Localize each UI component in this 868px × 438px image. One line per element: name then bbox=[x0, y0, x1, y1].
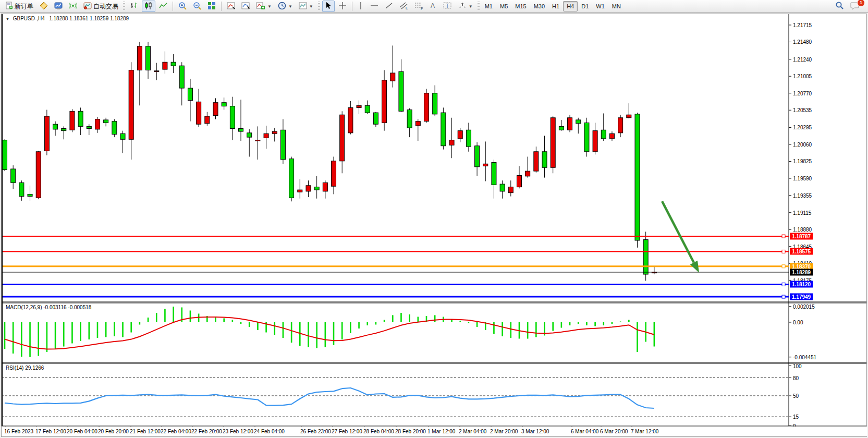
notifications-button[interactable]: 1 bbox=[848, 1, 862, 12]
gold-diamond-button[interactable] bbox=[37, 1, 51, 12]
line-handle[interactable] bbox=[782, 235, 785, 238]
candle-chart-type-button[interactable] bbox=[142, 1, 155, 12]
candle bbox=[601, 130, 606, 139]
template-button[interactable]: ▼ bbox=[296, 1, 316, 12]
navigator-button[interactable] bbox=[239, 1, 252, 12]
candle bbox=[593, 131, 597, 152]
candle bbox=[635, 114, 640, 240]
trendline-tool-button[interactable] bbox=[382, 1, 396, 12]
trendline-icon bbox=[385, 2, 393, 11]
candle bbox=[129, 70, 133, 139]
autotrading-button[interactable]: 自动交易 bbox=[81, 1, 121, 12]
line-handle[interactable] bbox=[782, 295, 785, 298]
candle bbox=[627, 115, 631, 118]
candle bbox=[163, 62, 167, 69]
candle bbox=[357, 105, 361, 107]
navigator-icon bbox=[241, 2, 250, 11]
tile-windows-button[interactable] bbox=[205, 1, 218, 12]
shapes-tool-button[interactable]: ▼ bbox=[456, 1, 475, 12]
timeframe-button-d1[interactable]: D1 bbox=[578, 1, 592, 11]
search-icon bbox=[835, 1, 844, 11]
candle bbox=[458, 131, 462, 139]
arrows-shapes-icon bbox=[458, 2, 467, 11]
add-indicator-button[interactable]: ▼ bbox=[253, 1, 274, 12]
candle bbox=[373, 113, 378, 124]
text-tool-button[interactable]: A bbox=[427, 1, 439, 12]
market-watch-button[interactable] bbox=[52, 1, 65, 12]
tile-windows-icon bbox=[207, 2, 216, 11]
timeframe-strip: M1M5M15M30H1H4D1W1MN bbox=[481, 1, 625, 11]
search-button[interactable] bbox=[833, 1, 847, 12]
candle bbox=[222, 103, 226, 106]
candle bbox=[213, 103, 218, 116]
candle bbox=[534, 152, 539, 171]
toolbar-separator bbox=[221, 2, 222, 11]
period-button[interactable]: ▼ bbox=[275, 1, 295, 12]
candle bbox=[239, 129, 243, 132]
toolbar-grip bbox=[478, 2, 480, 11]
candle bbox=[112, 121, 117, 135]
candle bbox=[171, 62, 176, 66]
line-chart-type-button[interactable] bbox=[156, 1, 170, 12]
cursor-arrow-icon bbox=[325, 2, 332, 11]
trend-arrow bbox=[662, 201, 694, 262]
market-watch-icon bbox=[54, 2, 63, 11]
chart-window: ▼ GBPUSD-,H4 1.18288 1.18361 1.18259 1.1… bbox=[1, 14, 867, 437]
data-window-button[interactable] bbox=[224, 1, 238, 12]
candle bbox=[87, 126, 91, 128]
candle bbox=[44, 116, 49, 151]
price-chart-canvas[interactable] bbox=[2, 14, 866, 436]
candle bbox=[492, 163, 496, 185]
notification-badge: 1 bbox=[857, 0, 865, 7]
signals-button[interactable] bbox=[66, 1, 80, 12]
candle bbox=[618, 118, 623, 133]
zoom-out-button[interactable] bbox=[190, 1, 204, 12]
macd-signal-line bbox=[5, 317, 654, 349]
crosshair-icon bbox=[338, 2, 347, 11]
candle bbox=[36, 152, 41, 198]
candlestick-chart-icon bbox=[144, 2, 153, 11]
candle bbox=[53, 124, 58, 129]
new-order-button[interactable]: 新订单 bbox=[3, 1, 36, 12]
candle bbox=[230, 106, 235, 129]
line-handle[interactable] bbox=[782, 250, 785, 253]
vertical-line-tool-button[interactable] bbox=[355, 1, 366, 12]
new-order-label: 新订单 bbox=[15, 2, 33, 11]
timeframe-button-h4[interactable]: H4 bbox=[563, 1, 578, 11]
timeframe-button-m30[interactable]: M30 bbox=[530, 1, 548, 11]
rsi-line bbox=[5, 388, 654, 408]
timeframe-button-mn[interactable]: MN bbox=[608, 1, 625, 11]
label-icon: T bbox=[443, 2, 452, 11]
crosshair-tool-button[interactable] bbox=[336, 1, 349, 12]
timeframe-button-h1[interactable]: H1 bbox=[548, 1, 563, 11]
new-order-icon bbox=[5, 2, 13, 11]
timeframe-button-m5[interactable]: M5 bbox=[496, 1, 511, 11]
horizontal-line-tool-button[interactable] bbox=[368, 1, 381, 12]
candle bbox=[146, 46, 151, 70]
line-handle[interactable] bbox=[782, 265, 785, 268]
candle bbox=[3, 140, 7, 170]
candle bbox=[551, 118, 555, 167]
candle bbox=[28, 194, 32, 196]
candle bbox=[62, 129, 66, 131]
vertical-line-icon bbox=[358, 2, 364, 11]
timeframe-button-m15[interactable]: M15 bbox=[511, 1, 530, 11]
bar-chart-type-button[interactable] bbox=[127, 1, 141, 12]
line-handle[interactable] bbox=[782, 283, 785, 286]
candle bbox=[120, 133, 125, 139]
fibonacci-icon: F bbox=[414, 2, 423, 11]
add-indicator-icon bbox=[256, 2, 265, 11]
equidistant-channel-tool-button[interactable]: E bbox=[397, 1, 411, 12]
candle bbox=[517, 175, 521, 187]
text-label-tool-button[interactable]: T bbox=[441, 1, 455, 12]
fibonacci-tool-button[interactable]: F bbox=[412, 1, 426, 12]
zoom-in-button[interactable] bbox=[176, 1, 189, 12]
toolbar-grip bbox=[318, 2, 320, 11]
dropdown-caret-icon: ▼ bbox=[288, 4, 292, 9]
cursor-tool-button[interactable] bbox=[322, 1, 335, 12]
svg-text:F: F bbox=[421, 6, 423, 10]
timeframe-button-w1[interactable]: W1 bbox=[592, 1, 608, 11]
candle bbox=[314, 187, 319, 190]
timeframe-button-m1[interactable]: M1 bbox=[481, 1, 496, 11]
text-icon: A bbox=[430, 2, 437, 11]
